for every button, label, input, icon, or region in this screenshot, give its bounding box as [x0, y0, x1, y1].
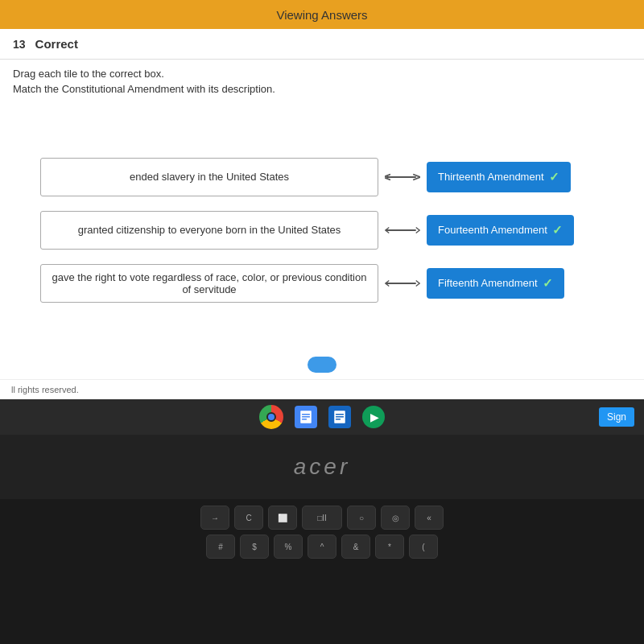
- instruction-drag: Drag each tile to the correct box.: [13, 68, 631, 80]
- key-circle[interactable]: ○: [347, 506, 376, 530]
- svg-rect-6: [302, 419, 307, 420]
- match-row-3: gave the right to vote regardless of rac…: [40, 264, 604, 303]
- keyboard-row-2: # $ % ^ & * (: [16, 535, 628, 559]
- svg-rect-9: [336, 416, 344, 418]
- key-dollar[interactable]: $: [240, 535, 269, 559]
- keyboard-area: → C ⬜ □II ○ ◎ « # $ % ^ & * (: [0, 499, 644, 644]
- laptop-brand: acer: [294, 454, 350, 480]
- key-paren[interactable]: (: [409, 535, 438, 559]
- checkmark-3: ✓: [543, 276, 553, 291]
- instructions-area: Drag each tile to the correct box. Match…: [0, 60, 644, 101]
- rights-footer: ll rights reserved.: [0, 379, 644, 399]
- scroll-button[interactable]: [308, 357, 336, 373]
- taskbar-right: Sign: [599, 407, 634, 427]
- key-hash[interactable]: #: [206, 535, 235, 559]
- screen-container: Viewing Answers 13 Correct Drag each til…: [0, 0, 644, 644]
- google-docs-icon[interactable]: [295, 406, 317, 428]
- blue-file-icon[interactable]: [328, 406, 351, 428]
- key-window[interactable]: ⬜: [268, 506, 297, 530]
- match-row-2: granted citizenship to everyone born in …: [40, 211, 604, 250]
- sign-button[interactable]: Sign: [599, 407, 634, 427]
- svg-rect-10: [336, 419, 341, 420]
- match-row-1: ended slavery in the United States: [40, 158, 604, 196]
- checkmark-2: ✓: [552, 223, 563, 237]
- svg-rect-4: [302, 414, 310, 415]
- match-arrow-3: [378, 275, 427, 291]
- scroll-area: [0, 350, 644, 379]
- match-description-2[interactable]: granted citizenship to everyone born in …: [40, 211, 378, 250]
- key-caret[interactable]: ^: [308, 535, 336, 559]
- taskbar: ▶ Sign: [0, 399, 644, 435]
- key-brightness[interactable]: ◎: [381, 506, 410, 530]
- match-label-1[interactable]: Thirteenth Amendment ✓: [427, 162, 571, 192]
- match-arrow-2: [378, 222, 427, 238]
- chrome-icon[interactable]: [259, 405, 283, 429]
- checkmark-1: ✓: [549, 170, 559, 184]
- keyboard-row-1: → C ⬜ □II ○ ◎ «: [16, 506, 628, 530]
- correct-label: Correct: [35, 37, 78, 51]
- match-arrow-1: [378, 169, 427, 185]
- key-refresh[interactable]: C: [234, 506, 263, 530]
- question-header: 13 Correct: [0, 29, 644, 60]
- key-percent[interactable]: %: [274, 535, 303, 559]
- laptop-bezel: acer: [0, 435, 644, 499]
- match-label-3[interactable]: Fifteenth Amendment ✓: [427, 268, 564, 299]
- key-ampersand[interactable]: &: [341, 535, 370, 559]
- key-asterisk[interactable]: *: [375, 535, 404, 559]
- instruction-match: Match the Constitutional Amendment with …: [13, 83, 631, 95]
- svg-rect-5: [302, 416, 310, 418]
- match-description-1[interactable]: ended slavery in the United States: [40, 158, 378, 196]
- content-area: 13 Correct Drag each tile to the correct…: [0, 29, 644, 399]
- key-back[interactable]: «: [415, 506, 444, 530]
- top-bar: Viewing Answers: [0, 0, 644, 29]
- rights-text: ll rights reserved.: [11, 385, 79, 394]
- key-arrow[interactable]: →: [200, 506, 229, 530]
- play-icon[interactable]: ▶: [362, 406, 385, 428]
- question-number: 13: [13, 38, 26, 51]
- svg-rect-8: [336, 414, 344, 415]
- page-title: Viewing Answers: [276, 8, 367, 22]
- key-multiwindow[interactable]: □II: [302, 506, 342, 530]
- match-label-2[interactable]: Fourteenth Amendment ✓: [427, 215, 574, 246]
- match-description-3[interactable]: gave the right to vote regardless of rac…: [40, 264, 378, 303]
- match-area: ended slavery in the United States: [0, 101, 644, 350]
